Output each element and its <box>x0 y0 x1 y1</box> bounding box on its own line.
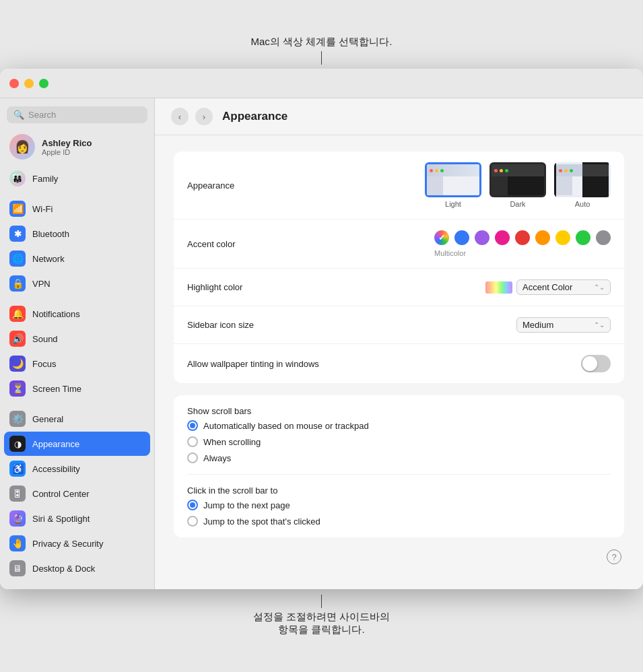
close-button[interactable] <box>9 79 19 88</box>
wallpaper-tinting-row: Allow wallpaper tinting in windows <box>174 344 624 383</box>
show-scroll-bars-options: Automatically based on mouse or trackpad… <box>187 420 611 463</box>
radio-nextpage-circle <box>187 500 198 510</box>
sidebar-item-controlcenter[interactable]: 🎛 Control Center <box>4 481 150 506</box>
highlight-color-control: Accent Color ⌃⌄ <box>485 279 611 295</box>
radio-auto-circle <box>187 420 198 431</box>
radio-scrolling[interactable]: When scrolling <box>187 436 611 447</box>
color-orange[interactable] <box>535 230 550 245</box>
sidebar-icon-size-select[interactable]: Medium ⌃⌄ <box>516 317 611 333</box>
sidebar-item-sound[interactable]: 🔊 Sound <box>4 327 150 351</box>
radio-nextpage[interactable]: Jump to the next page <box>187 500 611 510</box>
fullscreen-button[interactable] <box>39 79 48 88</box>
sound-icon: 🔊 <box>9 331 26 347</box>
color-purple[interactable] <box>475 230 489 245</box>
sidebar-item-desktop[interactable]: 🖥 Desktop & Dock <box>4 556 150 580</box>
appearance-options: Light <box>425 162 611 208</box>
sidebar-icon-size-value: Medium <box>522 320 553 330</box>
main-header: ‹ › Appearance <box>155 98 643 135</box>
minimize-button[interactable] <box>24 79 34 88</box>
sidebar-user[interactable]: 👩 Ashley Rico Apple ID <box>4 129 150 165</box>
sidebar-item-appearance[interactable]: ◑ Appearance <box>4 432 150 456</box>
sidebar-item-label-accessibility: Accessibility <box>32 464 80 474</box>
sidebar-item-general[interactable]: ⚙️ General <box>4 407 150 431</box>
radio-always-label: Always <box>203 453 231 463</box>
sidebar-item-accessibility[interactable]: ♿ Accessibility <box>4 457 150 481</box>
sidebar-item-label-focus: Focus <box>32 359 56 369</box>
sidebar-divider-2 <box>4 296 150 302</box>
user-subtitle: Apple ID <box>42 148 92 156</box>
auto-label: Auto <box>575 200 590 208</box>
sidebar-divider-1 <box>4 191 150 197</box>
sidebar-item-siri[interactable]: 🔮 Siri & Spotlight <box>4 506 150 531</box>
appearance-option-dark[interactable]: Dark <box>489 162 546 208</box>
sidebar-item-label-controlcenter: Control Center <box>32 489 90 499</box>
radio-auto-label: Automatically based on mouse or trackpad <box>203 421 369 431</box>
click-scroll-bar-options: Jump to the next page Jump to the spot t… <box>187 500 611 527</box>
sidebar-item-notifications[interactable]: 🔔 Notifications <box>4 302 150 326</box>
radio-always[interactable]: Always <box>187 452 611 463</box>
color-blue[interactable] <box>454 230 469 245</box>
radio-clickspot-circle <box>187 516 198 527</box>
controlcenter-icon: 🎛 <box>9 485 26 502</box>
radio-nextpage-label: Jump to the next page <box>203 500 290 510</box>
light-label: Light <box>445 200 461 208</box>
highlight-color-row: Highlight color Accent Color ⌃⌄ <box>174 269 624 306</box>
sidebar-item-focus[interactable]: 🌙 Focus <box>4 351 150 376</box>
accent-color-label: Accent color <box>187 239 236 249</box>
color-pink[interactable] <box>495 230 510 245</box>
sidebar-item-wifi[interactable]: 📶 Wi-Fi <box>4 197 150 221</box>
sidebar-item-family[interactable]: 👨‍👩‍👧 Family <box>4 166 150 191</box>
accent-color-row-circles <box>434 230 611 245</box>
sidebar-item-privacy[interactable]: 🤚 Privacy & Security <box>4 531 150 556</box>
color-green[interactable] <box>576 230 590 245</box>
appearance-section: Appearance <box>174 152 624 383</box>
color-yellow[interactable] <box>555 230 570 245</box>
highlight-color-select[interactable]: Accent Color ⌃⌄ <box>516 279 611 295</box>
appearance-option-auto[interactable]: Auto <box>554 162 611 208</box>
back-button[interactable]: ‹ <box>171 108 189 125</box>
auto-thumb <box>554 162 611 197</box>
sidebar-item-label-sound: Sound <box>32 334 58 344</box>
appearance-icon: ◑ <box>9 436 26 452</box>
radio-auto[interactable]: Automatically based on mouse or trackpad <box>187 420 611 431</box>
sidebar-item-network[interactable]: 🌐 Network <box>4 246 150 271</box>
sidebar: 🔍 Search 👩 Ashley Rico Apple ID <box>0 98 155 589</box>
forward-button[interactable]: › <box>195 108 213 125</box>
dark-label: Dark <box>510 200 525 208</box>
radio-scrolling-label: When scrolling <box>203 437 261 447</box>
search-bar[interactable]: 🔍 Search <box>7 106 147 123</box>
search-icon: 🔍 <box>13 110 24 120</box>
search-placeholder: Search <box>28 110 56 120</box>
wallpaper-tinting-label: Allow wallpaper tinting in windows <box>187 359 319 369</box>
radio-clickspot[interactable]: Jump to the spot that's clicked <box>187 516 611 527</box>
window-content: 🔍 Search 👩 Ashley Rico Apple ID <box>0 98 643 589</box>
general-icon: ⚙️ <box>9 411 26 427</box>
notifications-icon: 🔔 <box>9 306 26 322</box>
color-graphite[interactable] <box>596 230 611 245</box>
sidebar-item-label-notifications: Notifications <box>32 309 80 319</box>
sidebar-item-vpn[interactable]: 🔒 VPN <box>4 271 150 296</box>
sidebar-item-label-screentime: Screen Time <box>32 384 81 394</box>
avatar: 👩 <box>9 134 35 160</box>
wallpaper-tinting-toggle[interactable] <box>581 355 611 372</box>
show-scroll-bars-label: Show scroll bars <box>187 406 611 416</box>
color-red[interactable] <box>515 230 530 245</box>
radio-clickspot-label: Jump to the spot that's clicked <box>203 516 320 527</box>
sidebar-icon-size-row: Sidebar icon size Medium ⌃⌄ <box>174 306 624 344</box>
accessibility-icon: ♿ <box>9 461 26 477</box>
scroll-bars-section: Show scroll bars Automatically based on … <box>174 395 624 537</box>
desktop-icon: 🖥 <box>9 560 26 576</box>
sidebar-icon-size-label: Sidebar icon size <box>187 320 254 330</box>
highlight-color-label: Highlight color <box>187 282 242 292</box>
annotation-bottom: 설정을 조절하려면 사이드바의 항목을 클릭합니다. <box>253 595 390 636</box>
sidebar-item-label-privacy: Privacy & Security <box>32 539 103 549</box>
color-multicolor[interactable] <box>434 230 449 245</box>
appearance-option-light[interactable]: Light <box>425 162 481 208</box>
sidebar-item-bluetooth[interactable]: ✱ Bluetooth <box>4 222 150 246</box>
help-button[interactable]: ? <box>607 549 621 564</box>
sidebar-divider-3 <box>4 401 150 407</box>
show-scroll-bars-group: Show scroll bars Automatically based on … <box>174 395 624 474</box>
sidebar-item-screentime[interactable]: ⏳ Screen Time <box>4 376 150 401</box>
highlight-swatch <box>485 281 512 294</box>
radio-always-circle <box>187 452 198 463</box>
